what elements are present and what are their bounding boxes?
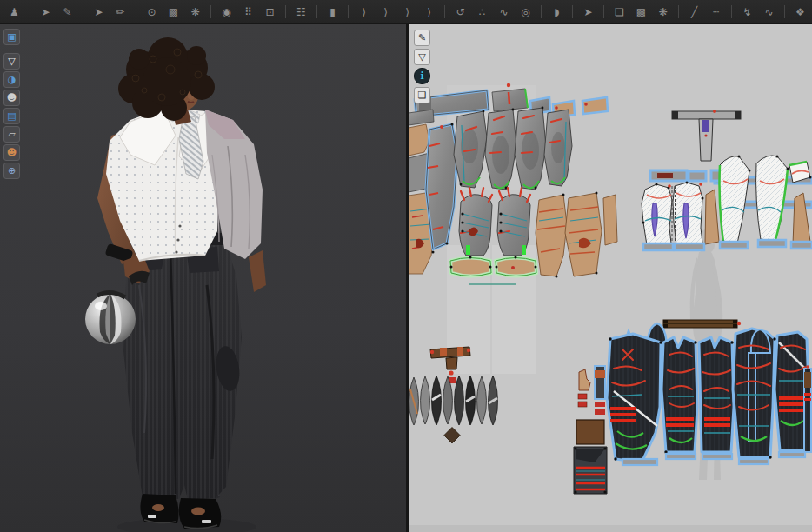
edit-dashed-line-tool-icon[interactable]: ┄: [705, 3, 727, 22]
view-toggle-toolbar: ✎▽i❏: [414, 30, 430, 106]
toolbar-separator: [348, 5, 349, 18]
avatar-hair: [118, 37, 215, 121]
sculpt-roll-tool-icon[interactable]: ▮: [322, 3, 343, 22]
attach-button-tool-icon[interactable]: ◉: [216, 3, 237, 22]
toolbar-separator: [784, 5, 785, 18]
segment-sewing-3d-tool-icon[interactable]: ↺: [449, 3, 471, 22]
jacket-connector-strips[interactable]: [622, 452, 805, 465]
belt-dark-panel[interactable]: [574, 447, 607, 494]
vest-collar-stand-t-piece[interactable]: [672, 110, 741, 161]
pattern-info-toggle-icon[interactable]: i: [414, 68, 430, 84]
avatar-right-hand: [249, 250, 266, 292]
jacket-brown-bar[interactable]: [663, 320, 741, 328]
select-garment-2d-tool-icon[interactable]: ➤: [577, 3, 599, 22]
toolbar-separator: [210, 5, 211, 18]
zipper-tool-icon[interactable]: ☷: [290, 3, 312, 22]
bag-gores[interactable]: [409, 376, 498, 443]
online-library-icon[interactable]: ⊕: [3, 163, 20, 179]
unfold-3d-tool-icon[interactable]: ⟩: [396, 3, 418, 22]
toolbar-separator: [603, 5, 604, 18]
pants-tan-back-panels[interactable]: [536, 192, 617, 278]
library-sidebar: ▣▽◑☻▤▱☻⊕: [3, 29, 20, 181]
toolbar-separator: [541, 5, 542, 18]
m-notch-sewing-2d-tool-icon[interactable]: ∿: [758, 3, 780, 22]
fabric-pen-tool-icon[interactable]: ✎: [57, 3, 78, 22]
garment-library-icon[interactable]: ▽: [3, 53, 20, 70]
fasten-button-tool-icon[interactable]: ⊡: [259, 3, 281, 22]
add-point-pattern-tool-icon[interactable]: ❋: [652, 3, 674, 22]
fabric-library-icon[interactable]: ▤: [3, 108, 20, 124]
toolbar-separator: [572, 5, 573, 18]
fold-3d-tool-icon[interactable]: ⟩: [375, 3, 396, 22]
toolbar-separator: [316, 5, 317, 18]
avatar-move-tool-icon[interactable]: ♟: [3, 3, 25, 22]
pin-tool-icon[interactable]: ⊙: [141, 3, 163, 22]
toolbar-separator: [136, 5, 136, 18]
application-window: ♟➤✎➤✏⊙▩❋◉⠿⊡☷▮⟩⟩⟩⟩↺∴∿◎◗➤❏▩❋╱┄↯∿❖▦ ▣▽◑☻▤▱☻…: [0, 0, 812, 532]
jacket-dark-panels[interactable]: [607, 323, 810, 464]
show-stroke-toggle-icon[interactable]: ✎: [414, 30, 430, 46]
texture-editor-tool-icon[interactable]: ❖: [789, 3, 811, 22]
main-toolbar: ♟➤✎➤✏⊙▩❋◉⠿⊡☷▮⟩⟩⟩⟩↺∴∿◎◗➤❏▩❋╱┄↯∿❖▦: [0, 0, 812, 24]
toolbar-separator: [83, 5, 83, 18]
buttonhole-tool-icon[interactable]: ⠿: [237, 3, 259, 22]
edit-pattern-2d-tool-icon[interactable]: ▩: [630, 3, 652, 22]
avatar-library-icon[interactable]: ☻: [3, 90, 20, 106]
flatten-fold-tool-icon[interactable]: ⟩: [353, 3, 375, 22]
garment-avatar-library-icon[interactable]: ◑: [3, 71, 20, 88]
edit-pattern-3d-tool-icon[interactable]: ✏: [110, 3, 131, 22]
free-sewing-2d-tool-icon[interactable]: ↯: [736, 3, 758, 22]
show-garment-toggle-icon[interactable]: ▽: [414, 49, 430, 65]
transform-pattern-2d-tool-icon[interactable]: ❏: [609, 3, 630, 22]
select-sewing-3d-tool-icon[interactable]: ◎: [515, 3, 536, 22]
fold-reset-tool-icon[interactable]: ⟩: [418, 3, 440, 22]
free-sewing-3d-tool-icon[interactable]: ∴: [471, 3, 493, 22]
toolbar-separator: [444, 5, 445, 18]
show-paper-toggle-icon[interactable]: ❏: [414, 87, 430, 103]
remove-pin-tool-icon[interactable]: ❋: [184, 3, 206, 22]
pattern-layout-canvas[interactable]: [409, 24, 812, 532]
scene-library-icon[interactable]: ▣: [3, 29, 20, 45]
toolbar-separator: [285, 5, 286, 18]
edit-seam-line-tool-icon[interactable]: ╱: [683, 3, 705, 22]
pants-side-panel-selected[interactable]: [426, 123, 457, 250]
head-library-icon[interactable]: ☻: [3, 144, 20, 161]
belt-trim-pieces[interactable]: [574, 366, 607, 494]
select-fabric-tool-icon[interactable]: ➤: [35, 3, 57, 22]
jacket-side-strap[interactable]: [804, 365, 811, 452]
viewport-3d[interactable]: ▣▽◑☻▤▱☻⊕: [0, 24, 406, 532]
toolbar-separator: [30, 5, 30, 18]
toolbar-separator: [731, 5, 732, 18]
curved-sewing-3d-tool-icon[interactable]: ∿: [493, 3, 515, 22]
avatar-3d-render[interactable]: [0, 24, 406, 532]
pin-to-garment-tool-icon[interactable]: ▩: [163, 3, 184, 22]
viewport-2d[interactable]: ✎▽i❏: [409, 24, 812, 532]
select-pattern-3d-tool-icon[interactable]: ➤: [88, 3, 110, 22]
canvas-bottom-edge: [409, 525, 812, 532]
toolbar-separator: [678, 5, 679, 18]
steam-iron-tool-icon[interactable]: ◗: [546, 3, 568, 22]
trim-library-icon[interactable]: ▱: [3, 126, 20, 143]
